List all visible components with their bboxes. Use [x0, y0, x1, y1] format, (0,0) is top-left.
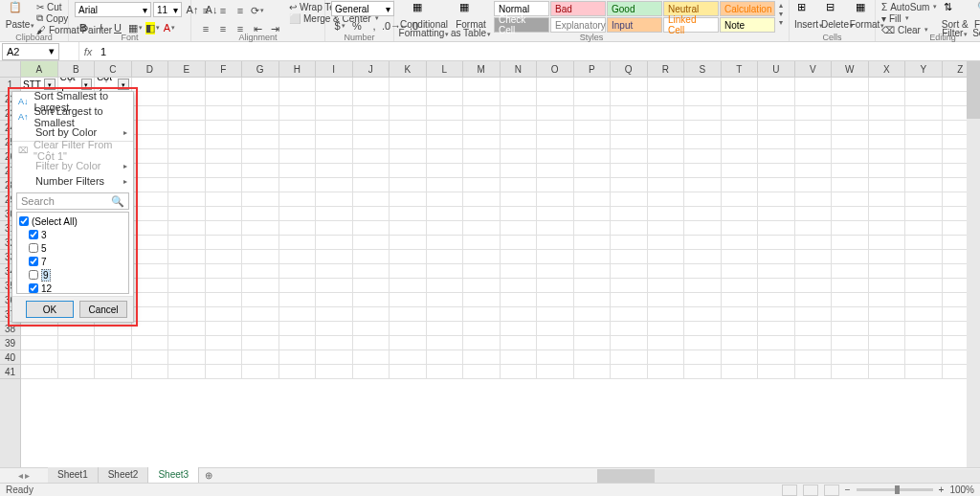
horizontal-scrollbar[interactable]: [597, 469, 980, 483]
cell[interactable]: [168, 92, 206, 106]
cell[interactable]: [501, 264, 538, 279]
cell[interactable]: [574, 350, 612, 365]
row-header[interactable]: 38: [0, 322, 20, 336]
cell[interactable]: [832, 236, 869, 250]
cell[interactable]: [168, 293, 206, 307]
column-header[interactable]: A: [21, 61, 58, 77]
cell[interactable]: [758, 307, 795, 322]
filter-toggle-button[interactable]: ▾: [118, 79, 128, 90]
cell[interactable]: [795, 121, 833, 135]
cell[interactable]: [611, 135, 648, 149]
cell[interactable]: [832, 279, 869, 293]
column-header[interactable]: H: [279, 61, 317, 77]
cell[interactable]: [832, 135, 869, 149]
row-header[interactable]: 39: [0, 336, 20, 350]
cell[interactable]: [758, 92, 795, 106]
cell[interactable]: [611, 221, 648, 236]
cell[interactable]: [684, 221, 722, 236]
column-header[interactable]: Q: [611, 61, 648, 77]
cell[interactable]: [168, 149, 206, 164]
orientation-button[interactable]: ⟳: [249, 2, 266, 19]
scrollbar-thumb[interactable]: [967, 61, 980, 119]
cell[interactable]: [206, 279, 243, 293]
cell[interactable]: [684, 92, 722, 106]
cell[interactable]: [168, 350, 206, 365]
cell[interactable]: [132, 207, 169, 221]
cell[interactable]: [427, 178, 464, 192]
cell[interactable]: [427, 78, 464, 92]
cell[interactable]: [168, 135, 206, 149]
zoom-in-button[interactable]: +: [939, 485, 945, 495]
cell[interactable]: [206, 236, 243, 250]
cell[interactable]: [574, 106, 612, 121]
cell[interactable]: [648, 106, 685, 121]
cell[interactable]: [574, 279, 612, 293]
cell[interactable]: [501, 293, 538, 307]
cell[interactable]: [463, 178, 501, 192]
cell[interactable]: [132, 336, 169, 350]
cell[interactable]: [832, 365, 869, 379]
cell[interactable]: [390, 350, 427, 365]
cell[interactable]: [58, 350, 96, 365]
cell[interactable]: [537, 293, 574, 307]
cell[interactable]: [206, 293, 243, 307]
delete-button[interactable]: ⊟Delete: [824, 1, 851, 30]
cell[interactable]: [316, 192, 353, 207]
paste-button[interactable]: 📋 Paste: [6, 1, 34, 30]
cell[interactable]: [279, 322, 317, 336]
cell[interactable]: [722, 207, 759, 221]
cancel-button[interactable]: Cancel: [79, 301, 127, 318]
cell[interactable]: [353, 135, 390, 149]
cell[interactable]: [722, 264, 759, 279]
cell[interactable]: [722, 336, 759, 350]
cell[interactable]: [168, 78, 206, 92]
cell[interactable]: [168, 236, 206, 250]
cell[interactable]: [648, 221, 685, 236]
cell[interactable]: [648, 92, 685, 106]
cell[interactable]: [390, 336, 427, 350]
align-bottom-button[interactable]: ≡: [232, 2, 249, 19]
cell[interactable]: [279, 149, 317, 164]
cell[interactable]: [206, 192, 243, 207]
cell[interactable]: [758, 164, 795, 178]
cell[interactable]: [684, 336, 722, 350]
cell[interactable]: [611, 365, 648, 379]
cell[interactable]: [463, 164, 501, 178]
cell[interactable]: [242, 350, 279, 365]
cell[interactable]: [279, 121, 317, 135]
column-header[interactable]: N: [501, 61, 538, 77]
cell[interactable]: [279, 78, 317, 92]
cell[interactable]: [869, 121, 906, 135]
cell[interactable]: [463, 365, 501, 379]
cell[interactable]: [95, 322, 132, 336]
cell[interactable]: [611, 207, 648, 221]
column-header[interactable]: T: [722, 61, 759, 77]
cell[interactable]: [869, 250, 906, 264]
column-header[interactable]: W: [832, 61, 869, 77]
cell[interactable]: [132, 279, 169, 293]
cell[interactable]: [722, 164, 759, 178]
cell[interactable]: [21, 322, 58, 336]
cell[interactable]: [279, 365, 317, 379]
cell[interactable]: [869, 336, 906, 350]
cell[interactable]: [722, 350, 759, 365]
cell[interactable]: [242, 250, 279, 264]
cell[interactable]: [537, 365, 574, 379]
insert-button[interactable]: ⊞Insert: [795, 1, 822, 30]
cell[interactable]: [537, 192, 574, 207]
cell[interactable]: [758, 192, 795, 207]
gallery-more-button[interactable]: ▾: [779, 18, 783, 27]
cell[interactable]: [648, 121, 685, 135]
cell[interactable]: [574, 149, 612, 164]
zoom-slider[interactable]: [857, 488, 933, 491]
cell[interactable]: [279, 293, 317, 307]
cell[interactable]: [463, 78, 501, 92]
cell-styles-gallery[interactable]: NormalBadGoodNeutralCalculation Check Ce…: [494, 1, 775, 33]
cell[interactable]: [168, 250, 206, 264]
cell[interactable]: [390, 78, 427, 92]
cell[interactable]: [390, 264, 427, 279]
cell[interactable]: [648, 264, 685, 279]
cell[interactable]: [390, 307, 427, 322]
cell[interactable]: [206, 264, 243, 279]
row-header[interactable]: 41: [0, 365, 20, 379]
